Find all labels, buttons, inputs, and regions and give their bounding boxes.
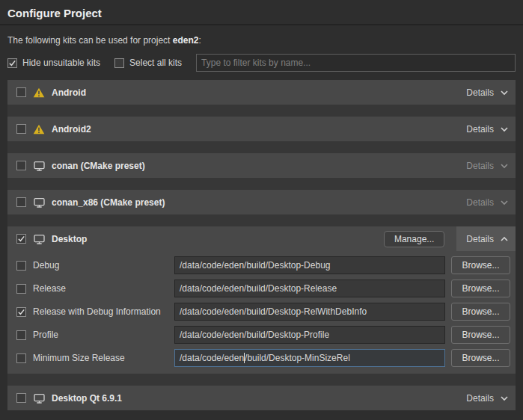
build-dir-path: /data/code/eden/build/Desktop-Debug bbox=[180, 260, 330, 271]
kit-filter-toolbar: Hide unsuitable kits Select all kits bbox=[7, 54, 516, 72]
select-all-kits-checkbox[interactable] bbox=[114, 58, 124, 68]
details-label: Details bbox=[466, 393, 494, 404]
build-dir-input[interactable]: /data/code/eden/build/Desktop-RelWithDeb… bbox=[174, 303, 445, 321]
kit-panel: Desktop Qt 6.9.1Details bbox=[7, 386, 516, 410]
desktop-icon bbox=[33, 161, 45, 171]
config-checkbox[interactable] bbox=[16, 261, 26, 271]
details-toggle[interactable]: Details bbox=[459, 80, 516, 105]
kit-name: Desktop Qt 6.9.1 bbox=[52, 393, 122, 404]
kit-panel: AndroidDetails bbox=[7, 80, 516, 105]
details-label: Details bbox=[466, 161, 494, 171]
desktop-icon bbox=[33, 393, 45, 404]
kit-list: AndroidDetailsAndroid2Detailsconan (CMak… bbox=[7, 80, 516, 410]
chevron-down-icon bbox=[500, 395, 509, 401]
build-dir-path: /data/code/eden/build/Desktop-RelWithDeb… bbox=[180, 306, 367, 317]
config-left: Minimum Size Release bbox=[16, 353, 174, 363]
details-label: Details bbox=[466, 87, 494, 98]
build-dir-input[interactable]: /data/code/eden/build/Desktop-Debug bbox=[174, 256, 445, 274]
kit-checkbox[interactable] bbox=[16, 393, 26, 403]
kit-row[interactable]: Android2Details bbox=[7, 117, 516, 141]
select-all-kits-option[interactable]: Select all kits bbox=[114, 58, 182, 68]
check-icon bbox=[17, 308, 25, 316]
details-toggle[interactable]: Details bbox=[456, 226, 516, 251]
kit-row[interactable]: DesktopManage...Details bbox=[7, 226, 516, 251]
hide-unsuitable-kits-label: Hide unsuitable kits bbox=[22, 58, 100, 68]
kits-intro-text: The following kits can be used for proje… bbox=[7, 35, 516, 46]
details-toggle[interactable]: Details bbox=[459, 190, 516, 214]
chevron-up-icon bbox=[500, 236, 509, 242]
config-checkbox[interactable] bbox=[16, 307, 26, 317]
kit-name: Android bbox=[52, 87, 86, 98]
kit-row[interactable]: conan (CMake preset)Details bbox=[7, 153, 516, 178]
kit-name: conan_x86 (CMake preset) bbox=[52, 197, 165, 208]
kit-name: Desktop bbox=[52, 234, 87, 244]
kit-row[interactable]: Desktop Qt 6.9.1Details bbox=[7, 386, 516, 410]
build-dir-input[interactable]: /data/code/eden/build/Desktop-MinSizeRel bbox=[174, 349, 445, 367]
build-config-row: Release with Debug Information/data/code… bbox=[16, 303, 510, 321]
build-config-row: Profile/data/code/eden/build/Desktop-Pro… bbox=[16, 326, 510, 344]
chevron-down-icon bbox=[500, 90, 509, 96]
project-name: eden2 bbox=[173, 35, 199, 46]
config-label: Release with Debug Information bbox=[33, 306, 161, 317]
config-left: Release bbox=[16, 283, 174, 294]
build-dir-path: /data/code/eden/build/Desktop-Profile bbox=[180, 330, 329, 340]
kit-panel: conan (CMake preset)Details bbox=[7, 153, 516, 178]
kit-checkbox[interactable] bbox=[16, 87, 26, 97]
intro-prefix: The following kits can be used for proje… bbox=[7, 35, 173, 46]
config-checkbox[interactable] bbox=[16, 284, 26, 294]
kit-checkbox[interactable] bbox=[16, 161, 26, 170]
select-all-kits-label: Select all kits bbox=[129, 58, 182, 68]
kit-panel: Android2Details bbox=[7, 117, 516, 141]
build-config-row: Release/data/code/eden/build/Desktop-Rel… bbox=[16, 280, 510, 297]
config-label: Debug bbox=[33, 260, 59, 271]
warning-icon bbox=[33, 87, 45, 98]
build-config-row: Debug/data/code/eden/build/Desktop-Debug… bbox=[16, 256, 510, 274]
config-label: Profile bbox=[33, 330, 58, 340]
intro-suffix: : bbox=[198, 35, 201, 46]
browse-button[interactable]: Browse... bbox=[451, 349, 510, 367]
details-toggle[interactable]: Details bbox=[459, 117, 516, 141]
kit-checkbox[interactable] bbox=[16, 124, 26, 134]
desktop-icon bbox=[33, 197, 45, 208]
config-left: Profile bbox=[16, 330, 174, 340]
hide-unsuitable-kits-option[interactable]: Hide unsuitable kits bbox=[7, 58, 100, 68]
desktop-icon bbox=[33, 234, 45, 244]
build-config-list: Debug/data/code/eden/build/Desktop-Debug… bbox=[7, 251, 516, 374]
warning-icon bbox=[33, 124, 45, 135]
config-left: Debug bbox=[16, 260, 174, 271]
browse-button[interactable]: Browse... bbox=[451, 280, 510, 297]
build-config-row: Minimum Size Release/data/code/eden/buil… bbox=[16, 349, 510, 367]
kit-name: Android2 bbox=[52, 124, 91, 135]
chevron-down-icon bbox=[500, 163, 509, 169]
check-icon bbox=[17, 235, 25, 243]
config-label: Minimum Size Release bbox=[33, 353, 125, 363]
chevron-down-icon bbox=[500, 200, 509, 206]
config-checkbox[interactable] bbox=[16, 353, 26, 363]
config-label: Release bbox=[33, 283, 66, 294]
details-label: Details bbox=[466, 234, 494, 244]
kit-name: conan (CMake preset) bbox=[52, 161, 145, 171]
kit-row[interactable]: conan_x86 (CMake preset)Details bbox=[7, 190, 516, 214]
kit-row[interactable]: AndroidDetails bbox=[7, 80, 516, 105]
details-toggle[interactable]: Details bbox=[459, 386, 516, 410]
kit-filter-input[interactable] bbox=[196, 54, 516, 72]
manage-kits-button[interactable]: Manage... bbox=[384, 231, 444, 247]
browse-button[interactable]: Browse... bbox=[451, 256, 510, 274]
browse-button[interactable]: Browse... bbox=[451, 303, 510, 321]
kit-checkbox[interactable] bbox=[16, 234, 26, 244]
page-title: Configure Project bbox=[7, 7, 516, 19]
build-dir-input[interactable]: /data/code/eden/build/Desktop-Profile bbox=[174, 326, 445, 344]
hide-unsuitable-kits-checkbox[interactable] bbox=[7, 58, 17, 68]
window-title-bar: Configure Project bbox=[0, 0, 523, 25]
kit-checkbox[interactable] bbox=[16, 197, 26, 207]
build-dir-input[interactable]: /data/code/eden/build/Desktop-Release bbox=[174, 280, 445, 297]
browse-button[interactable]: Browse... bbox=[451, 326, 510, 344]
details-label: Details bbox=[466, 197, 494, 208]
config-checkbox[interactable] bbox=[16, 330, 26, 340]
details-label: Details bbox=[466, 124, 494, 135]
details-toggle[interactable]: Details bbox=[459, 153, 516, 178]
check-icon bbox=[8, 59, 16, 67]
build-dir-path: /data/code/eden/build/Desktop-Release bbox=[180, 283, 337, 294]
kit-panel: DesktopManage...DetailsDebug/data/code/e… bbox=[7, 226, 516, 374]
kit-panel: conan_x86 (CMake preset)Details bbox=[7, 190, 516, 214]
